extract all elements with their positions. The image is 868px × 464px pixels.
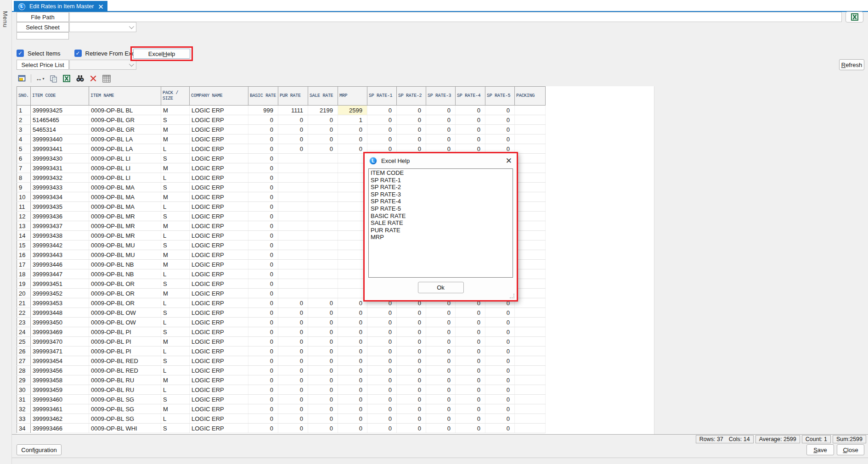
excel-help-list-item[interactable]: PUR RATE <box>371 227 511 234</box>
cell[interactable]: 0009-OP-BL LI <box>89 173 161 183</box>
cell[interactable] <box>515 173 546 183</box>
cell[interactable]: 33 <box>17 414 31 424</box>
cell[interactable]: L <box>161 385 190 395</box>
cell[interactable]: 0009-OP-BL LI <box>89 154 161 163</box>
cell[interactable]: LOGIC ERP <box>190 385 248 395</box>
cell[interactable]: L <box>161 231 190 240</box>
cell[interactable]: 0 <box>248 115 278 125</box>
column-header[interactable]: MRP <box>338 87 367 106</box>
cell[interactable]: 0 <box>456 375 485 385</box>
cell[interactable] <box>338 269 367 279</box>
cell[interactable]: 17 <box>17 260 31 269</box>
cell[interactable]: 0 <box>456 106 485 115</box>
cell[interactable]: 0 <box>338 347 367 356</box>
cell[interactable]: 0 <box>485 414 515 424</box>
cell[interactable]: 399993452 <box>31 289 89 298</box>
cell[interactable] <box>278 212 308 221</box>
cell[interactable]: 399993454 <box>31 356 89 366</box>
cell[interactable] <box>515 347 546 356</box>
cell[interactable]: 0 <box>456 385 485 395</box>
cell[interactable]: 399993442 <box>31 240 89 250</box>
cell[interactable]: 31 <box>17 395 31 404</box>
cell[interactable]: 0 <box>248 356 278 366</box>
cell[interactable]: 0 <box>426 375 456 385</box>
cell[interactable] <box>338 240 367 250</box>
cell[interactable]: LOGIC ERP <box>190 356 248 366</box>
cell[interactable]: LOGIC ERP <box>190 240 248 250</box>
cell[interactable] <box>338 173 367 183</box>
cell[interactable]: LOGIC ERP <box>190 144 248 154</box>
cell[interactable]: 2 <box>17 115 31 125</box>
cell[interactable]: LOGIC ERP <box>190 289 248 298</box>
excel-help-list-item[interactable]: SP RATE-5 <box>371 205 511 212</box>
cell[interactable] <box>515 375 546 385</box>
cell[interactable]: LOGIC ERP <box>190 192 248 202</box>
cell[interactable]: 0 <box>367 366 397 375</box>
column-header[interactable]: PUR RATE <box>278 87 308 106</box>
cell[interactable]: 1111 <box>278 106 308 115</box>
cell[interactable]: 0 <box>367 115 397 125</box>
cell[interactable]: 0 <box>397 414 426 424</box>
cell[interactable]: 0 <box>456 404 485 414</box>
cell[interactable]: 0 <box>248 221 278 231</box>
cell[interactable]: 0 <box>426 414 456 424</box>
column-header[interactable]: SP RATE-1 <box>367 87 397 106</box>
column-header[interactable]: SP RATE-2 <box>397 87 426 106</box>
cell[interactable]: 0 <box>397 318 426 327</box>
cell[interactable]: 0 <box>397 424 426 433</box>
cell[interactable] <box>515 414 546 424</box>
cell[interactable]: L <box>161 269 190 279</box>
cell[interactable] <box>278 221 308 231</box>
cell[interactable]: 18 <box>17 269 31 279</box>
cell[interactable]: L <box>161 202 190 212</box>
cell[interactable] <box>278 154 308 163</box>
cell[interactable]: 399993432 <box>31 173 89 183</box>
cell[interactable]: 0 <box>248 424 278 433</box>
cell[interactable]: 13 <box>17 221 31 231</box>
cell[interactable] <box>515 318 546 327</box>
cell[interactable]: 0 <box>278 347 308 356</box>
cell[interactable]: S <box>161 356 190 366</box>
cell[interactable]: 0 <box>248 414 278 424</box>
cell[interactable]: L <box>161 318 190 327</box>
cell[interactable] <box>515 163 546 173</box>
cell[interactable]: 0 <box>248 144 278 154</box>
cell[interactable]: 0 <box>426 385 456 395</box>
cell[interactable]: LOGIC ERP <box>190 106 248 115</box>
cell[interactable]: 0 <box>248 212 278 221</box>
cell[interactable]: 0 <box>367 375 397 385</box>
cell[interactable]: 0 <box>367 414 397 424</box>
cell[interactable]: 0 <box>278 414 308 424</box>
cell[interactable]: 0009-OP-BL MU <box>89 250 161 260</box>
cell[interactable]: 0 <box>248 183 278 192</box>
cell[interactable]: 0 <box>248 327 278 337</box>
cell[interactable] <box>515 183 546 192</box>
cell[interactable]: 399993437 <box>31 221 89 231</box>
cell[interactable]: S <box>161 279 190 289</box>
cell[interactable] <box>308 231 338 240</box>
cell[interactable]: 0 <box>456 134 485 144</box>
column-header[interactable]: BASIC RATE <box>248 87 278 106</box>
cell[interactable]: 0 <box>426 356 456 366</box>
close-button[interactable]: Close <box>837 444 864 455</box>
cell[interactable] <box>515 269 546 279</box>
cell[interactable]: 0 <box>278 308 308 318</box>
cell[interactable]: 399993441 <box>31 144 89 154</box>
cell[interactable] <box>308 289 338 298</box>
cell[interactable] <box>515 308 546 318</box>
cell[interactable]: M <box>161 375 190 385</box>
cell[interactable]: 0 <box>426 395 456 404</box>
cell[interactable]: 0 <box>308 395 338 404</box>
cell[interactable]: LOGIC ERP <box>190 298 248 308</box>
cell[interactable] <box>338 202 367 212</box>
cell[interactable]: 0 <box>397 347 426 356</box>
cell[interactable]: 10 <box>17 192 31 202</box>
cell[interactable]: 0009-OP-BL MA <box>89 202 161 212</box>
cell[interactable] <box>515 260 546 269</box>
cell[interactable]: LOGIC ERP <box>190 414 248 424</box>
save-button[interactable]: Save <box>806 444 834 455</box>
cell[interactable]: L <box>161 366 190 375</box>
column-header[interactable]: PACKING <box>515 87 546 106</box>
cell[interactable]: 0 <box>248 289 278 298</box>
cell[interactable] <box>308 192 338 202</box>
